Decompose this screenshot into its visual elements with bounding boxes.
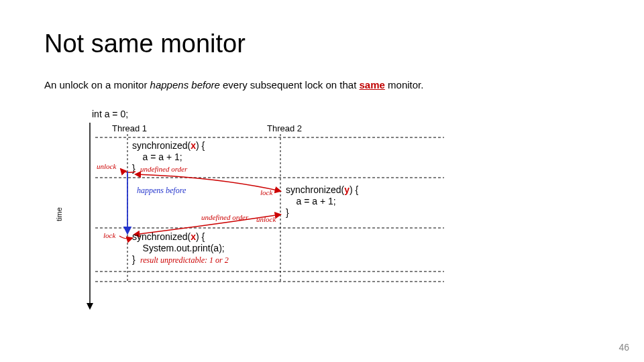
happens-before-label: happens before: [137, 186, 186, 195]
t2b-l2: a = a + 1;: [286, 196, 336, 206]
t1b1-l1b: ) {: [196, 140, 205, 151]
lock-arrow-icon: [119, 236, 132, 239]
subtitle: An unlock on a monitor happens before ev…: [44, 79, 423, 90]
thread1-header: Thread 1: [112, 123, 147, 133]
t1b2-l1x: x: [191, 231, 196, 242]
subtitle-pre: An unlock on a monitor: [44, 79, 150, 90]
t1b1-l1a: synchronized(: [132, 140, 191, 151]
thread2-header: Thread 2: [267, 123, 302, 133]
lock-label-1: lock: [103, 231, 116, 239]
subtitle-post: monitor.: [385, 79, 424, 90]
t1b2-l2: System.out.print(a);: [132, 243, 225, 253]
unlock-label-1: unlock: [97, 162, 117, 170]
subtitle-mid: every subsequent lock on that: [220, 79, 360, 90]
t1b2-l1: synchronized(x) {: [132, 231, 205, 242]
init-statement: int a = 0;: [92, 109, 128, 119]
t2b-l1b: ) {: [350, 184, 359, 195]
page-title: Not same monitor: [44, 29, 246, 58]
t1b1-l1x: x: [191, 140, 196, 151]
subtitle-key: same: [360, 79, 385, 90]
t1b1-l1: synchronized(x) {: [132, 140, 205, 151]
t2b-l1y: y: [344, 184, 350, 195]
t2b-l3: }: [286, 207, 289, 218]
t1b2-l1b: ) {: [196, 231, 205, 242]
t1b2-l1a: synchronized(: [132, 231, 191, 242]
page-number: 46: [619, 342, 629, 353]
t1b2-result: result unpredictable: 1 or 2: [140, 255, 229, 265]
t1b1-undef: undefined order: [140, 165, 188, 173]
t2b-l1a: synchronized(: [286, 184, 344, 195]
monitor-diagram: int a = 0; time Thread 1 Thread 2 synchr…: [55, 107, 525, 322]
subtitle-emph: happens before: [150, 79, 220, 90]
t1b1-l2: a = a + 1;: [132, 152, 182, 162]
t1b2-l3: }: [132, 254, 136, 265]
t2b-l1: synchronized(y) {: [286, 184, 359, 195]
time-label: time: [55, 207, 63, 221]
